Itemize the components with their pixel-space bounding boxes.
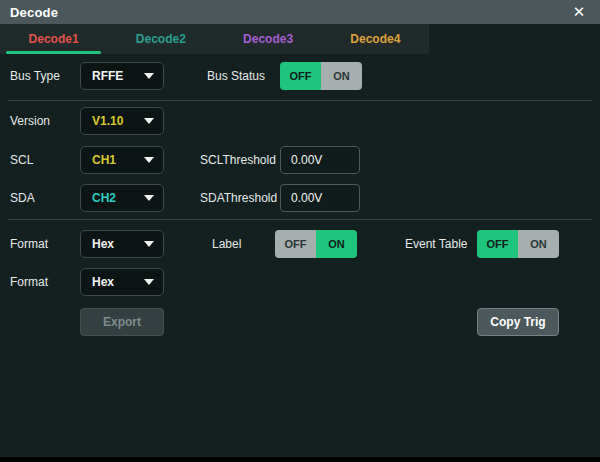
scl-channel-dropdown[interactable]: CH1: [80, 146, 164, 174]
tab-bar: Decode1 Decode2 Decode3 Decode4: [0, 24, 429, 54]
format2-value: Hex: [92, 275, 144, 289]
tab-decode1[interactable]: Decode1: [0, 24, 107, 54]
tab-label: Decode4: [350, 32, 400, 46]
bus-status-label: Bus Status: [207, 62, 265, 90]
bus-type-dropdown[interactable]: RFFE: [80, 62, 164, 90]
format-dropdown[interactable]: Hex: [80, 230, 164, 258]
sda-label: SDA: [10, 184, 35, 212]
copy-trig-button[interactable]: Copy Trig: [477, 308, 559, 336]
tab-label: Decode3: [243, 32, 293, 46]
tab-decode3[interactable]: Decode3: [215, 24, 322, 54]
event-table-toggle[interactable]: OFF ON: [477, 230, 559, 258]
divider: [8, 219, 592, 220]
close-icon[interactable]: ✕: [566, 0, 592, 24]
export-button[interactable]: Export: [80, 308, 164, 336]
active-tab-underline: [6, 51, 101, 54]
label-toggle[interactable]: OFF ON: [275, 230, 357, 258]
version-dropdown[interactable]: V1.10: [80, 107, 164, 135]
chevron-down-icon: [144, 241, 154, 247]
bus-status-toggle[interactable]: OFF ON: [280, 62, 362, 90]
version-label: Version: [10, 107, 50, 135]
divider: [8, 100, 592, 101]
format2-label: Format: [10, 268, 48, 296]
title-bar: Decode ✕: [0, 0, 600, 24]
tab-label: Decode2: [136, 32, 186, 46]
event-table-label: Event Table: [405, 230, 468, 258]
format-value: Hex: [92, 237, 144, 251]
format2-dropdown[interactable]: Hex: [80, 268, 164, 296]
tab-decode2[interactable]: Decode2: [107, 24, 214, 54]
chevron-down-icon: [144, 279, 154, 285]
format-label: Format: [10, 230, 48, 258]
toggle-on-segment[interactable]: ON: [518, 230, 559, 258]
scl-threshold-label: SCLThreshold: [200, 146, 276, 174]
chevron-down-icon: [144, 73, 154, 79]
sda-threshold-label: SDAThreshold: [200, 184, 277, 212]
version-value: V1.10: [92, 114, 144, 128]
chevron-down-icon: [144, 195, 154, 201]
tab-decode4[interactable]: Decode4: [322, 24, 429, 54]
toggle-off-segment[interactable]: OFF: [280, 62, 321, 90]
chevron-down-icon: [144, 157, 154, 163]
page-title: Decode: [10, 5, 58, 20]
tab-label: Decode1: [29, 32, 79, 46]
bottom-bar: [0, 457, 600, 462]
sda-channel-value: CH2: [92, 191, 144, 205]
sda-threshold-input[interactable]: [280, 184, 360, 212]
toggle-on-segment[interactable]: ON: [316, 230, 357, 258]
toggle-off-segment[interactable]: OFF: [477, 230, 518, 258]
scl-threshold-input[interactable]: [280, 146, 360, 174]
toggle-on-segment[interactable]: ON: [321, 62, 362, 90]
sda-channel-dropdown[interactable]: CH2: [80, 184, 164, 212]
decode-dialog: Decode ✕ Decode1 Decode2 Decode3 Decode4…: [0, 0, 600, 462]
scl-channel-value: CH1: [92, 153, 144, 167]
chevron-down-icon: [144, 118, 154, 124]
label-display-label: Label: [212, 230, 241, 258]
bus-type-value: RFFE: [92, 69, 144, 83]
toggle-off-segment[interactable]: OFF: [275, 230, 316, 258]
scl-label: SCL: [10, 146, 33, 174]
bus-type-label: Bus Type: [10, 62, 60, 90]
